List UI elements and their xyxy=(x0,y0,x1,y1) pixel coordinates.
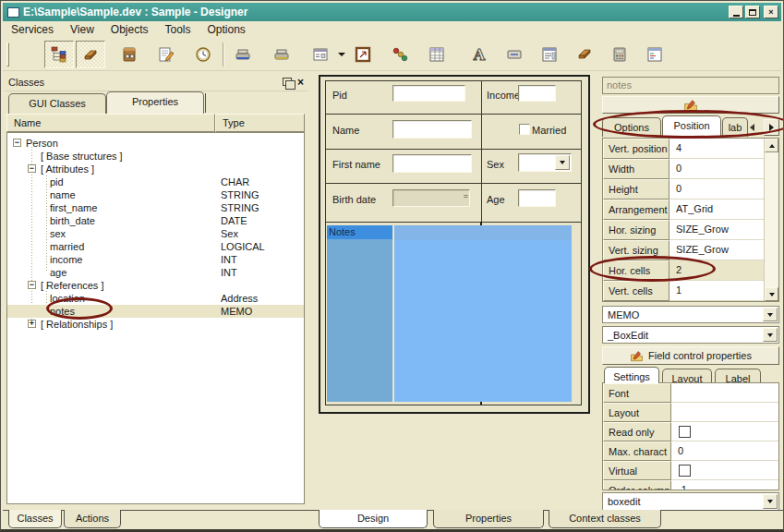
tab-scroll-right-button[interactable] xyxy=(764,119,779,136)
title-bar[interactable]: E:\Sample\Sample.dev : Sample - Designer… xyxy=(3,3,781,21)
tree-item-references[interactable]: − [ References ] xyxy=(7,279,304,292)
tree-item-person[interactable]: − Person xyxy=(7,137,304,150)
scroll-up-button[interactable] xyxy=(765,139,778,152)
sex-dropdown[interactable] xyxy=(518,153,572,172)
tree-item-location[interactable]: location Address xyxy=(7,292,304,305)
bottom-tab-context-classes[interactable]: Context classes xyxy=(549,510,661,528)
property-row[interactable]: Width 0 xyxy=(603,159,778,179)
property-row[interactable]: Font xyxy=(603,383,778,403)
form-design-canvas[interactable]: Pid Income Name Married First name Sex B… xyxy=(319,75,590,414)
toolbar-table-button[interactable] xyxy=(422,41,452,68)
tab-gui-classes[interactable]: GUI Classes xyxy=(8,93,106,114)
toolbar-button-widget-button[interactable] xyxy=(500,41,529,68)
first-name-field[interactable] xyxy=(392,154,472,173)
property-value[interactable]: 2 xyxy=(669,260,764,281)
property-row[interactable]: Arrangement AT_Grid xyxy=(603,200,778,220)
field-type-dropdown[interactable]: MEMO xyxy=(602,306,779,323)
field-type-dropdown-button[interactable] xyxy=(763,308,778,321)
tree-item-notes[interactable]: notes MEMO xyxy=(7,305,304,318)
maximize-button[interactable] xyxy=(745,6,760,18)
tree-item-married[interactable]: married LOGICAL xyxy=(7,240,304,253)
collapse-icon[interactable]: − xyxy=(28,164,36,173)
property-value[interactable]: -1 xyxy=(671,480,778,490)
scroll-down-button[interactable] xyxy=(765,287,778,301)
menu-tools[interactable]: Tools xyxy=(157,22,199,37)
tree-item-attributes[interactable]: − [ Attributes ] xyxy=(7,163,304,175)
property-value[interactable]: SIZE_Grow xyxy=(669,220,764,240)
menu-view[interactable]: View xyxy=(62,22,103,37)
bottom-tab-design[interactable]: Design xyxy=(319,510,428,528)
menu-services[interactable]: Services xyxy=(3,22,62,37)
tab-label[interactable]: Label xyxy=(715,369,761,383)
tree-item-name[interactable]: name STRING xyxy=(7,188,304,201)
toolbar-drag-handle[interactable] xyxy=(6,42,9,66)
tree-item-relationships[interactable]: + [ Relationships ] xyxy=(7,318,304,331)
property-value[interactable] xyxy=(671,383,778,403)
age-field[interactable] xyxy=(518,189,556,207)
property-value[interactable]: 0 xyxy=(669,159,764,179)
property-row[interactable]: Max. charact 0 xyxy=(603,441,778,461)
panel-close-icon[interactable]: × xyxy=(297,77,304,88)
name-field[interactable] xyxy=(392,120,472,139)
property-row[interactable]: Hor. sizing SIZE_Grow xyxy=(603,220,778,240)
float-panel-icon[interactable] xyxy=(283,78,292,86)
toolbar-book-glasses-button[interactable] xyxy=(115,41,144,68)
field-control-properties-button[interactable]: Field control properties xyxy=(602,346,779,365)
property-row[interactable]: Height 0 xyxy=(603,179,778,200)
toolbar-form-window-button[interactable] xyxy=(306,41,335,68)
tree-item-sex[interactable]: sex Sex xyxy=(7,227,304,240)
control-name-dropdown-button[interactable] xyxy=(763,494,778,509)
expand-icon[interactable]: + xyxy=(28,320,36,328)
toolbar-printer-blue-button[interactable] xyxy=(228,41,258,68)
tree-item-first-name[interactable]: first_name STRING xyxy=(7,201,304,214)
property-row[interactable]: Vert. position 4 xyxy=(603,139,778,159)
notes-memo-field[interactable] xyxy=(394,225,572,402)
property-value[interactable] xyxy=(671,403,778,422)
property-value[interactable]: 0 xyxy=(669,179,764,200)
property-value[interactable]: 4 xyxy=(669,139,764,159)
tab-position[interactable]: Position xyxy=(662,115,721,138)
tab-options[interactable]: Options xyxy=(602,117,661,137)
control-class-dropdown[interactable]: _BoxEdit xyxy=(602,326,779,344)
toolbar-font-button[interactable]: A xyxy=(464,41,494,68)
toolbar-image-frame-button[interactable] xyxy=(348,41,378,68)
collapse-icon[interactable]: − xyxy=(28,281,36,289)
property-row-clipped[interactable]: Order column -1 xyxy=(603,480,778,490)
toolbar-book-button[interactable] xyxy=(570,41,599,68)
tree-item-birth-date[interactable]: birth_date DATE xyxy=(7,214,304,227)
property-grid-scrollbar[interactable] xyxy=(764,139,778,301)
read-only-checkbox[interactable] xyxy=(679,426,691,438)
property-row-read-only[interactable]: Read only xyxy=(603,422,778,441)
property-row[interactable]: Vert. sizing SIZE_Grow xyxy=(603,240,778,260)
menu-objects[interactable]: Objects xyxy=(103,22,157,37)
toolbar-eraser-button[interactable] xyxy=(76,41,105,68)
form-window-dropdown-button[interactable] xyxy=(335,41,348,68)
tree-item-income[interactable]: income INT xyxy=(7,253,304,266)
column-header-type[interactable]: Type xyxy=(215,114,305,132)
tree-item-pid[interactable]: pid CHAR xyxy=(7,175,304,188)
edit-field-button[interactable] xyxy=(602,96,779,114)
minimize-button[interactable] xyxy=(729,6,743,18)
property-row-hor-cells[interactable]: Hor. cells 2 xyxy=(603,260,778,281)
notes-field-left-column[interactable] xyxy=(327,239,392,402)
toolbar-printer-yellow-button[interactable] xyxy=(267,41,296,68)
collapse-icon[interactable]: − xyxy=(13,139,21,147)
pid-field[interactable] xyxy=(392,85,465,102)
property-value[interactable]: SIZE_Grow xyxy=(669,240,764,260)
tab-settings[interactable]: Settings xyxy=(604,367,659,383)
notes-field-label[interactable]: Notes xyxy=(327,225,392,239)
column-header-name[interactable]: Name xyxy=(6,114,215,132)
menu-options[interactable]: Options xyxy=(199,22,254,37)
bottom-tab-classes[interactable]: Classes xyxy=(8,510,62,528)
married-checkbox[interactable] xyxy=(519,124,530,135)
toolbar-traffic-colors-button[interactable] xyxy=(385,41,415,68)
toolbar-list-window-button[interactable] xyxy=(535,41,564,68)
close-button[interactable]: × xyxy=(764,6,778,18)
income-field[interactable] xyxy=(518,85,556,102)
tree-item-age[interactable]: age INT xyxy=(7,266,304,279)
bottom-tab-actions[interactable]: Actions xyxy=(64,510,121,528)
tab-properties-left[interactable]: Properties xyxy=(106,91,204,114)
date-picker-icon[interactable]: = xyxy=(464,192,468,200)
tab-scroll-left-icon[interactable] xyxy=(750,124,754,131)
tab-label-truncated[interactable]: lab xyxy=(722,117,748,137)
